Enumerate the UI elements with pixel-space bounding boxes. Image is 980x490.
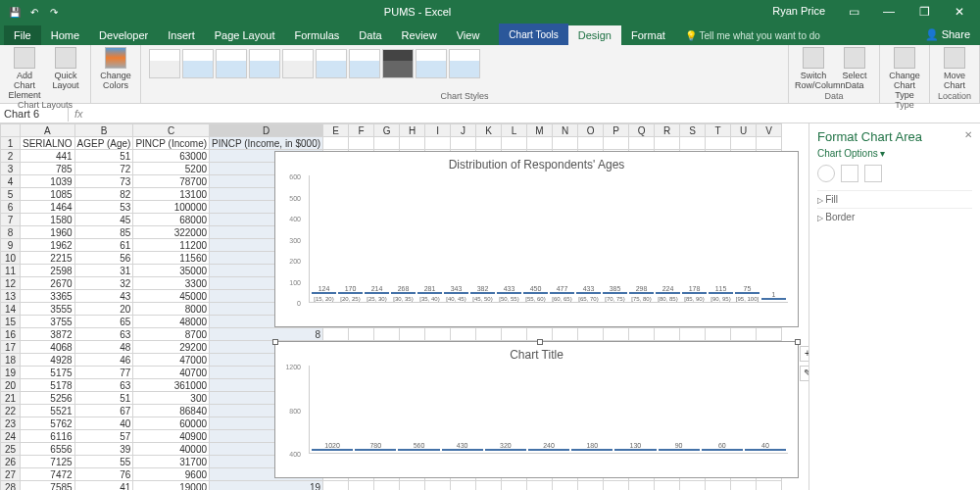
select-data-button[interactable]: Select Data [836, 47, 873, 90]
cell[interactable]: 1962 [21, 239, 75, 252]
pane-close-icon[interactable]: ✕ [964, 129, 972, 140]
cell[interactable]: 86840 [133, 405, 210, 417]
chart-styles-gallery[interactable] [147, 47, 782, 80]
cell[interactable]: 40900 [133, 430, 210, 443]
cell[interactable] [527, 137, 553, 150]
cell[interactable]: 39 [74, 443, 133, 456]
cell[interactable] [349, 137, 374, 150]
plot-area[interactable]: 124[15, 20)170[20, 25)214[25, 30)268[30,… [309, 175, 788, 303]
style-thumb[interactable] [316, 49, 347, 78]
col-header[interactable]: C [133, 124, 210, 137]
row-header[interactable]: 1 [1, 137, 21, 150]
col-header[interactable]: T [706, 124, 731, 137]
pane-section-fill[interactable]: Fill [817, 190, 972, 208]
cell[interactable]: 11200 [133, 239, 210, 252]
row-header[interactable]: 5 [1, 188, 21, 201]
row-header[interactable]: 6 [1, 201, 21, 214]
tab-formulas[interactable]: Formulas [285, 25, 350, 45]
chart-title[interactable]: Distribution of Respondents' Ages [285, 158, 788, 172]
bar[interactable]: 320 [485, 442, 526, 453]
cell[interactable]: 78700 [133, 175, 210, 188]
redo-icon[interactable]: ↷ [47, 5, 61, 19]
cell[interactable] [553, 137, 578, 150]
cell[interactable] [374, 137, 400, 150]
row-header[interactable]: 20 [1, 379, 21, 392]
style-thumb[interactable] [416, 49, 447, 78]
cell[interactable]: 82 [74, 188, 133, 201]
cell[interactable]: 7125 [21, 456, 75, 468]
cell[interactable]: 45000 [133, 290, 210, 303]
change-chart-type-button[interactable]: Change Chart Type [886, 47, 923, 100]
cell[interactable]: 65 [74, 316, 133, 328]
bar[interactable]: 433[50, 55) [497, 285, 521, 302]
style-thumb[interactable] [382, 49, 414, 78]
cell[interactable] [655, 137, 680, 150]
tab-data[interactable]: Data [349, 25, 391, 45]
row-header[interactable]: 23 [1, 417, 21, 430]
row-header[interactable]: 19 [1, 367, 21, 379]
chart-plus-icon[interactable]: + [800, 346, 808, 362]
cell[interactable]: 77 [74, 367, 133, 379]
row-header[interactable]: 22 [1, 405, 21, 417]
cell[interactable]: 48000 [133, 316, 210, 328]
cell[interactable]: 19000 [133, 481, 210, 491]
cell[interactable]: 5762 [21, 417, 75, 430]
bar[interactable]: 240 [528, 442, 569, 453]
cell[interactable]: 2215 [21, 252, 75, 265]
row-header[interactable]: 18 [1, 354, 21, 367]
cell[interactable]: 48 [74, 341, 133, 354]
cell[interactable]: 53 [74, 201, 133, 214]
bar[interactable]: 180 [571, 442, 612, 453]
tab-format[interactable]: Format [621, 25, 675, 45]
col-header[interactable]: B [74, 124, 133, 137]
fx-icon[interactable]: fx [69, 108, 89, 120]
style-thumb[interactable] [249, 49, 280, 78]
bar[interactable]: 382[45, 50) [470, 285, 495, 302]
cell[interactable]: 73 [74, 175, 133, 188]
row-header[interactable]: 10 [1, 252, 21, 265]
bar[interactable]: 450[55, 60) [523, 285, 548, 302]
col-header[interactable]: A [21, 124, 75, 137]
cell[interactable]: 46 [74, 354, 133, 367]
row-header[interactable]: 4 [1, 175, 21, 188]
bar[interactable]: 477[60, 65) [550, 285, 574, 302]
size-props-icon[interactable] [864, 165, 882, 182]
bar[interactable]: 115[90, 95) [709, 285, 733, 302]
col-header[interactable]: E [323, 124, 349, 137]
row-header[interactable]: 11 [1, 265, 21, 277]
maximize-icon[interactable]: ❐ [909, 5, 939, 19]
tab-developer[interactable]: Developer [89, 25, 158, 45]
row-header[interactable]: 17 [1, 341, 21, 354]
bar[interactable]: 281[35, 40) [417, 285, 442, 302]
col-header[interactable]: R [655, 124, 680, 137]
col-header[interactable]: O [578, 124, 604, 137]
cell[interactable]: 43 [74, 290, 133, 303]
cell[interactable]: 5175 [21, 367, 75, 379]
row-header[interactable]: 7 [1, 214, 21, 226]
cell[interactable]: 9600 [133, 468, 210, 481]
cell[interactable] [706, 137, 731, 150]
ribbon-options-icon[interactable]: ▭ [839, 5, 868, 19]
col-header[interactable]: S [680, 124, 706, 137]
cell[interactable]: 63000 [133, 150, 210, 163]
cell[interactable]: 100000 [133, 201, 210, 214]
cell[interactable] [323, 137, 349, 150]
fill-line-icon[interactable] [817, 165, 835, 182]
tab-home[interactable]: Home [41, 25, 89, 45]
cell[interactable]: 41 [74, 481, 133, 491]
cell[interactable]: 55 [74, 456, 133, 468]
cell[interactable]: 63 [74, 328, 133, 341]
cell[interactable]: PINCP (Income, in $000) [210, 137, 323, 150]
bar[interactable]: 433[65, 70) [576, 285, 601, 302]
name-box[interactable]: Chart 6 [0, 106, 69, 122]
cell[interactable]: 20 [74, 303, 133, 316]
add-chart-element-button[interactable]: Add Chart Element [6, 47, 43, 100]
minimize-icon[interactable]: — [874, 5, 904, 19]
col-header[interactable]: Q [629, 124, 655, 137]
embedded-chart[interactable]: Distribution of Respondents' Ages 600500… [274, 151, 799, 327]
cell[interactable]: 60000 [133, 417, 210, 430]
row-header[interactable]: 3 [1, 163, 21, 175]
cell[interactable] [757, 137, 782, 150]
col-header[interactable]: L [502, 124, 527, 137]
row-header[interactable]: 8 [1, 226, 21, 239]
